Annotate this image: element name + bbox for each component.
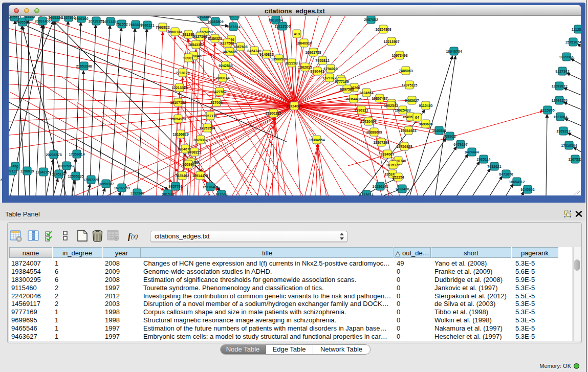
svg-text:9857791: 9857791 — [168, 185, 182, 188]
svg-text:9498222: 9498222 — [187, 150, 201, 154]
svg-text:17957225: 17957225 — [83, 178, 99, 182]
svg-text:2718170: 2718170 — [176, 71, 189, 75]
svg-text:15720407: 15720407 — [360, 120, 376, 123]
svg-text:16648764: 16648764 — [446, 50, 462, 53]
svg-text:7485063: 7485063 — [399, 69, 412, 73]
svg-text:981532: 981532 — [162, 192, 173, 196]
svg-text:16154808: 16154808 — [375, 28, 391, 31]
svg-text:20206578: 20206578 — [46, 153, 61, 157]
svg-text:16543362: 16543362 — [188, 43, 204, 47]
svg-text:8471676: 8471676 — [499, 172, 513, 176]
svg-text:9699695: 9699695 — [419, 122, 432, 126]
svg-text:1167533: 1167533 — [569, 158, 581, 161]
svg-text:8990443: 8990443 — [310, 70, 324, 73]
svg-text:891295: 891295 — [182, 33, 194, 36]
svg-text:1413614: 1413614 — [359, 193, 373, 196]
svg-text:12505135: 12505135 — [68, 174, 83, 178]
svg-text:12444155: 12444155 — [551, 99, 567, 102]
svg-text:9242845: 9242845 — [219, 64, 232, 68]
svg-text:7955812: 7955812 — [315, 59, 329, 62]
svg-text:160994: 160994 — [182, 163, 194, 166]
svg-text:6897568: 6897568 — [340, 87, 354, 91]
svg-text:1603380: 1603380 — [197, 16, 211, 18]
svg-text:98901: 98901 — [183, 56, 193, 60]
svg-text:3875685: 3875685 — [223, 50, 236, 54]
svg-text:16033809: 16033809 — [207, 20, 223, 24]
svg-text:1621064: 1621064 — [553, 115, 567, 119]
svg-text:751552: 751552 — [116, 23, 127, 26]
svg-text:20691406: 20691406 — [34, 19, 50, 23]
svg-text:2935114: 2935114 — [477, 158, 491, 161]
svg-text:252254: 252254 — [392, 176, 404, 179]
svg-text:1145194: 1145194 — [52, 172, 66, 176]
svg-text:3624554: 3624554 — [359, 91, 373, 95]
svg-text:735722: 735722 — [228, 16, 240, 18]
svg-text:8813054: 8813054 — [269, 18, 282, 22]
svg-text:1156819: 1156819 — [20, 169, 34, 173]
svg-text:19384554: 19384554 — [309, 138, 324, 142]
svg-text:13588520: 13588520 — [271, 57, 287, 61]
svg-text:15716485: 15716485 — [202, 185, 218, 189]
svg-text:12213369: 12213369 — [171, 86, 187, 90]
svg-text:8186323: 8186323 — [208, 37, 222, 40]
svg-text:1002543: 1002543 — [384, 104, 398, 107]
svg-text:8878332: 8878332 — [193, 138, 207, 142]
svg-text:817004: 817004 — [215, 193, 227, 196]
svg-text:6479197: 6479197 — [453, 143, 467, 146]
svg-text:7386322: 7386322 — [354, 108, 368, 112]
svg-text:6966160: 6966160 — [74, 17, 88, 20]
svg-text:8427552: 8427552 — [212, 90, 226, 94]
svg-text:2867608: 2867608 — [233, 45, 247, 49]
svg-text:17016504: 17016504 — [561, 144, 577, 147]
svg-text:12093872: 12093872 — [551, 84, 567, 88]
svg-text:1733426: 1733426 — [395, 187, 409, 191]
svg-text:8960121: 8960121 — [140, 24, 154, 27]
svg-text:938923: 938923 — [444, 135, 455, 138]
svg-text:21053346: 21053346 — [76, 64, 92, 68]
svg-text:1112853: 1112853 — [572, 28, 581, 31]
svg-text:19756928: 19756928 — [396, 145, 412, 148]
svg-text:64: 64 — [415, 116, 419, 119]
svg-text:18300295: 18300295 — [265, 112, 281, 115]
svg-text:9884067: 9884067 — [380, 152, 394, 156]
svg-text:(x): (x) — [131, 233, 138, 240]
svg-text:2087682: 2087682 — [364, 18, 378, 21]
svg-text:8267110: 8267110 — [204, 114, 217, 118]
svg-text:19166829: 19166829 — [172, 133, 188, 136]
svg-text:20364436: 20364436 — [345, 97, 361, 101]
svg-text:7663822: 7663822 — [156, 26, 169, 29]
svg-text:12213967: 12213967 — [383, 40, 399, 43]
svg-text:16107552: 16107552 — [170, 101, 186, 104]
svg-text:1621072: 1621072 — [322, 76, 336, 80]
svg-text:419: 419 — [294, 32, 300, 36]
svg-text:18640910: 18640910 — [296, 41, 312, 45]
svg-text:817004: 817004 — [210, 101, 222, 104]
svg-text:9463627: 9463627 — [405, 99, 419, 102]
svg-text:9777169: 9777169 — [335, 80, 349, 83]
svg-text:14136141: 14136141 — [372, 185, 388, 188]
svg-text:9327506: 9327506 — [193, 35, 207, 38]
svg-text:10807487: 10807487 — [372, 97, 387, 100]
svg-text:9329966: 9329966 — [559, 55, 573, 59]
svg-text:12942757: 12942757 — [35, 170, 51, 174]
svg-text:7357224: 7357224 — [226, 25, 240, 29]
svg-text:16961758: 16961758 — [305, 51, 321, 54]
svg-text:16782759: 16782759 — [114, 186, 129, 190]
svg-text:39113: 39113 — [9, 169, 17, 173]
svg-text:9245652: 9245652 — [520, 188, 534, 191]
svg-text:9327508: 9327508 — [220, 41, 234, 45]
svg-text:822203: 822203 — [286, 61, 297, 65]
svg-text:19218506: 19218506 — [274, 25, 290, 28]
svg-text:12353594: 12353594 — [199, 126, 215, 130]
svg-text:1969297: 1969297 — [556, 129, 570, 133]
svg-text:8454749: 8454749 — [247, 49, 261, 53]
svg-text:9115460: 9115460 — [419, 104, 433, 107]
svg-text:1640934: 1640934 — [432, 129, 446, 133]
svg-text:8960123: 8960123 — [168, 30, 182, 34]
svg-text:1292346: 1292346 — [130, 191, 144, 195]
svg-text:10025433: 10025433 — [395, 108, 410, 112]
svg-text:10688609: 10688609 — [366, 130, 382, 134]
svg-text:18724007: 18724007 — [286, 104, 302, 108]
svg-text:18807299: 18807299 — [373, 141, 389, 144]
svg-text:10958107: 10958107 — [98, 182, 114, 186]
